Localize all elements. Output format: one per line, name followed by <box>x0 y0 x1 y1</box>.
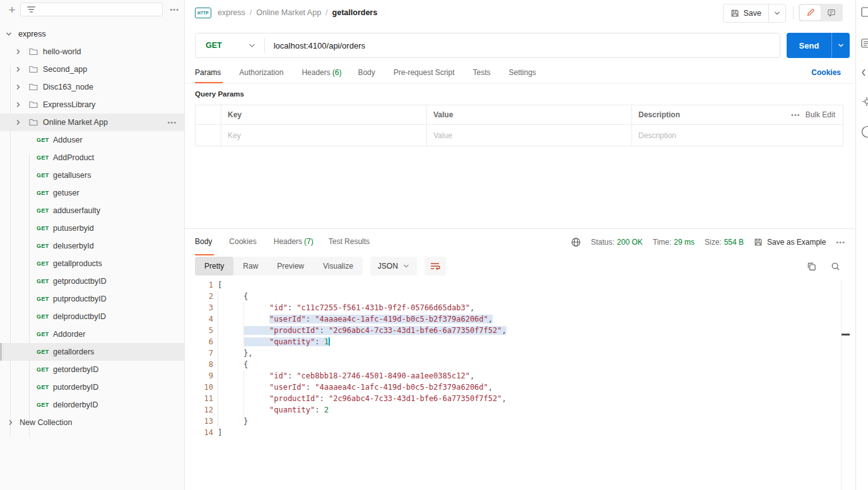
request-tab[interactable]: Headers (6) <box>302 63 341 83</box>
sidebar-folder[interactable]: Second_app ••• <box>0 61 184 78</box>
sidebar-request[interactable]: GET delproductbyID <box>0 308 184 325</box>
sidebar-request[interactable]: GET getorderbyID <box>0 361 184 378</box>
line-number: 12 <box>185 404 213 416</box>
sidebar-folder[interactable]: Disc163_node ••• <box>0 78 184 96</box>
comments-icon[interactable] <box>861 38 868 49</box>
sidebar-request[interactable]: GET getallproducts <box>0 255 184 272</box>
save-split-button: Save <box>723 4 787 23</box>
settings-icon[interactable] <box>861 96 868 107</box>
chevron-right-icon <box>15 84 21 90</box>
sidebar-folder[interactable]: hello-world ••• <box>0 43 184 61</box>
sidebar-request[interactable]: GET getallorders <box>0 343 184 361</box>
view-mode-tab[interactable]: Pretty <box>195 257 233 276</box>
method-selector[interactable]: GET <box>196 41 264 50</box>
response-tab[interactable]: Headers (7) <box>274 229 314 255</box>
response-tab[interactable]: Cookies <box>229 229 258 255</box>
sidebar-folder[interactable]: Online Market App ••• <box>0 114 184 131</box>
sidebar-request[interactable]: GET getuser <box>0 184 184 202</box>
code-line: 10"userId": "4aaaea4c-1afc-419d-b0c5-b2f… <box>185 382 841 393</box>
send-button[interactable]: Send <box>787 33 831 58</box>
save-as-example-button[interactable]: Save as Example <box>754 238 826 247</box>
select-all-cell[interactable] <box>196 105 221 124</box>
sidebar-request[interactable]: GET delorderbyID <box>0 396 184 414</box>
request-tab[interactable]: Settings <box>509 63 538 83</box>
request-tab[interactable]: Params <box>195 63 223 83</box>
filter-icon <box>27 5 35 14</box>
tab-count: (7) <box>304 237 314 246</box>
key-input[interactable]: Key <box>221 125 426 146</box>
sidebar-more-button[interactable]: ••• <box>170 6 179 13</box>
save-button[interactable]: Save <box>724 4 769 22</box>
status-badge[interactable]: Status:200 OK <box>591 238 643 247</box>
response-view-toolbar: PrettyRawPreviewVisualize JSON <box>195 257 446 276</box>
column-value: Value <box>426 105 631 124</box>
info-icon[interactable] <box>861 125 868 139</box>
comment-icon <box>827 8 836 17</box>
code-line: 14] <box>185 427 841 438</box>
sidebar-request[interactable]: GET AddProduct <box>0 149 184 166</box>
url-input[interactable]: localhost:4100/api/orders <box>265 41 365 50</box>
tab-count: (6) <box>332 68 342 77</box>
breadcrumb-workspace[interactable]: express <box>218 8 245 17</box>
sidebar-request[interactable]: GET Adduser <box>0 131 184 149</box>
sidebar-request[interactable]: GET getallusers <box>0 166 184 184</box>
sidebar-request[interactable]: GET putproductbyID <box>0 290 184 308</box>
view-mode-segment: PrettyRawPreviewVisualize <box>195 257 363 276</box>
size-badge[interactable]: Size:554 B <box>705 238 744 247</box>
response-tab[interactable]: Test Results <box>329 229 372 255</box>
row-checkbox-cell[interactable] <box>196 125 221 146</box>
sidebar-request[interactable]: GET deluserbyId <box>0 237 184 255</box>
tab-label: Test Results <box>329 237 370 246</box>
bulk-edit-button[interactable]: ••• Bulk Edit <box>791 110 835 119</box>
edit-mode-button[interactable] <box>800 5 821 20</box>
view-mode-tab[interactable]: Raw <box>233 257 267 276</box>
documentation-icon[interactable] <box>861 6 868 18</box>
code-snippet-icon[interactable] <box>861 67 868 78</box>
save-options-button[interactable] <box>768 4 785 22</box>
language-selector[interactable]: JSON <box>370 257 417 276</box>
filter-input[interactable] <box>20 3 163 16</box>
column-description: Description ••• Bulk Edit <box>631 105 843 124</box>
sidebar-request[interactable]: GET putorderbyID <box>0 378 184 396</box>
response-tab[interactable]: Body <box>195 229 214 255</box>
request-method-badge: GET <box>37 296 50 302</box>
description-input[interactable]: Description <box>631 125 843 146</box>
response-more-button[interactable]: ••• <box>836 239 845 246</box>
code-line: 8{ <box>185 359 841 370</box>
request-tab[interactable]: Pre-request Script <box>394 63 457 83</box>
right-sidebar-rail <box>855 0 868 490</box>
response-code[interactable]: 1[2{3"id": "c11c7255-f561-431b-9f2f-0576… <box>185 279 841 490</box>
wrap-lines-toggle[interactable] <box>425 257 446 276</box>
send-options-button[interactable] <box>831 33 850 58</box>
view-mode-tab[interactable]: Visualize <box>314 257 363 276</box>
workspace-root-express[interactable]: express <box>0 25 184 43</box>
sidebar-request[interactable]: GET putuserbyid <box>0 219 184 237</box>
search-button[interactable] <box>831 262 840 271</box>
request-method-badge: GET <box>37 402 50 408</box>
new-collection-button[interactable]: + <box>5 3 19 18</box>
time-badge[interactable]: Time:29 ms <box>653 238 695 247</box>
code-scroll-thumb[interactable] <box>842 334 850 335</box>
breadcrumb-collection[interactable]: Online Market App <box>256 8 321 17</box>
comments-button[interactable] <box>821 5 842 20</box>
line-number: 5 <box>185 325 213 336</box>
request-tab[interactable]: Body <box>358 63 377 83</box>
breadcrumb-request-name[interactable]: getallorders <box>332 8 378 17</box>
request-tab[interactable]: Tests <box>472 63 492 83</box>
sidebar-item-new-collection[interactable]: New Collection <box>0 414 184 431</box>
copy-button[interactable] <box>807 262 816 271</box>
folder-label: Online Market App <box>43 118 108 127</box>
network-globe-icon[interactable] <box>571 237 581 247</box>
sidebar-request[interactable]: GET adduserfaulty <box>0 202 184 219</box>
view-mode-tab[interactable]: Preview <box>267 257 314 276</box>
sidebar-request[interactable]: GET getproductbyID <box>0 272 184 290</box>
folder-icon <box>29 119 38 126</box>
request-tab[interactable]: Authorization <box>239 63 285 83</box>
folder-more-button[interactable]: ••• <box>167 119 177 126</box>
code-line: 3"id": "c11c7255-f561-431b-9f2f-05766d65… <box>185 302 841 313</box>
cookies-link[interactable]: Cookies <box>811 68 841 77</box>
sidebar-folder[interactable]: ExpressLibrary ••• <box>0 96 184 114</box>
sidebar-request[interactable]: GET Addorder <box>0 325 184 343</box>
value-input[interactable]: Value <box>426 125 631 146</box>
request-label: Addorder <box>53 330 85 339</box>
